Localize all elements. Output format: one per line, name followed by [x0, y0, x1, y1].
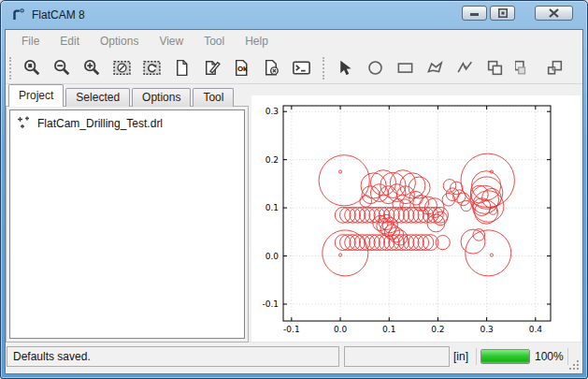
drill-marks-icon [17, 116, 31, 130]
svg-text:0.3: 0.3 [265, 107, 279, 116]
minimize-button[interactable] [462, 6, 487, 21]
toolbar-button-draw-rectangle[interactable] [393, 55, 418, 80]
tab-tool[interactable]: Tool [193, 88, 234, 107]
svg-text:0.1: 0.1 [382, 325, 395, 334]
minimize-icon [470, 9, 480, 17]
menu-bar: FileEditOptionsViewToolHelp [6, 30, 582, 53]
open-project-icon [202, 58, 222, 78]
status-message: Defaults saved. [7, 346, 339, 367]
zoom-in-icon [82, 58, 102, 78]
svg-text:-0.1: -0.1 [262, 299, 279, 309]
progress-fill [481, 350, 529, 363]
menu-item-help[interactable]: Help [235, 30, 279, 52]
draw-polygon-icon [425, 58, 445, 78]
toolbar-button-zoom-fit[interactable] [20, 55, 45, 80]
toolbar-drag-handle[interactable] [323, 57, 327, 80]
project-tab-page: FlatCam_Drilling_Test.drl [6, 106, 249, 343]
tree-item-label: FlatCam_Drilling_Test.drl [37, 117, 163, 130]
progress-percent: 100% [535, 346, 564, 367]
toolbar-button-save-ok[interactable]: Ok [229, 55, 254, 80]
clear-plot-icon [112, 58, 132, 78]
title-bar[interactable]: FlatCAM 8 [1, 1, 587, 29]
svg-text:Ok: Ok [237, 65, 248, 73]
draw-circle-icon [366, 58, 385, 78]
tab-selected[interactable]: Selected [65, 88, 130, 107]
menu-item-file[interactable]: File [11, 30, 50, 52]
svg-text:0.4: 0.4 [529, 325, 543, 334]
progress-bar [480, 349, 530, 364]
intersect-icon [545, 58, 565, 78]
toolbar-button-draw-polygon[interactable] [423, 55, 448, 80]
status-divider [476, 348, 477, 365]
zoom-out-icon [52, 58, 72, 78]
draw-rectangle-icon [395, 58, 415, 78]
toolbar-button-new-project[interactable] [169, 55, 194, 80]
save-ok-icon: Ok [232, 58, 251, 78]
window-title: FlatCAM 8 [32, 8, 85, 22]
status-panel-2 [344, 346, 450, 367]
new-project-icon [172, 58, 192, 78]
plot-canvas[interactable]: -0.10.00.10.20.30.4-0.10.00.10.20.3 [251, 95, 581, 343]
menu-item-view[interactable]: View [149, 30, 194, 52]
menu-item-edit[interactable]: Edit [50, 30, 90, 52]
delete-object-icon [262, 58, 281, 78]
app-window: FlatCAM 8 FileEditOptionsViewToolHelp Ok… [0, 0, 588, 379]
resize-grip-icon[interactable] [568, 359, 581, 372]
replot-icon [142, 58, 162, 78]
project-tree[interactable]: FlatCam_Drilling_Test.drl [9, 109, 245, 339]
svg-text:0.2: 0.2 [265, 155, 279, 165]
tab-bar: ProjectSelectedOptionsTool [8, 85, 236, 107]
tab-project[interactable]: Project [8, 84, 64, 107]
close-button[interactable] [535, 6, 573, 21]
toolbar-button-shell[interactable] [289, 55, 314, 80]
units-indicator: [in] [453, 346, 468, 367]
select-icon [336, 58, 355, 78]
toolbar-button-clear-plot[interactable] [109, 55, 135, 80]
status-bar: Defaults saved. [in] 100% [6, 342, 582, 373]
svg-text:-0.1: -0.1 [283, 325, 300, 334]
draw-polyline-icon [455, 58, 475, 78]
subtract-icon [515, 58, 535, 78]
shell-icon [292, 58, 311, 78]
toolbar-button-union[interactable] [482, 55, 508, 80]
svg-text:0.2: 0.2 [431, 325, 444, 334]
toolbar-button-draw-polyline[interactable] [452, 55, 478, 80]
svg-text:0.0: 0.0 [334, 325, 348, 334]
toolbar-button-draw-circle[interactable] [363, 55, 388, 80]
client-area: FileEditOptionsViewToolHelp Ok ProjectSe… [5, 29, 583, 374]
toolbar-drag-handle[interactable] [9, 57, 14, 80]
toolbar-button-zoom-out[interactable] [50, 55, 75, 80]
toolbar-button-subtract[interactable] [512, 55, 538, 80]
plot-svg: -0.10.00.10.20.30.4-0.10.00.10.20.3 [251, 95, 581, 343]
close-icon [549, 8, 559, 18]
tree-item-drill-file[interactable]: FlatCam_Drilling_Test.drl [10, 110, 244, 136]
menu-item-options[interactable]: Options [90, 30, 149, 52]
menu-item-tool[interactable]: Tool [194, 30, 235, 52]
toolbar-button-intersect[interactable] [542, 55, 567, 80]
toolbar-button-open-project[interactable] [199, 55, 224, 80]
svg-text:0.3: 0.3 [480, 325, 493, 334]
union-icon [485, 58, 505, 78]
maximize-icon [498, 8, 508, 18]
svg-text:0.0: 0.0 [265, 252, 280, 261]
maximize-button[interactable] [490, 6, 515, 21]
toolbar-button-replot[interactable] [139, 55, 165, 80]
svg-text:0.1: 0.1 [265, 203, 279, 212]
toolbar-button-zoom-in[interactable] [79, 55, 105, 80]
toolbar-button-delete-object[interactable] [259, 55, 284, 80]
zoom-fit-icon [22, 58, 42, 78]
tab-options[interactable]: Options [132, 88, 191, 107]
toolbar-button-select[interactable] [333, 55, 358, 80]
toolbar: Ok [6, 52, 582, 84]
flatcam-logo-icon [10, 7, 25, 22]
